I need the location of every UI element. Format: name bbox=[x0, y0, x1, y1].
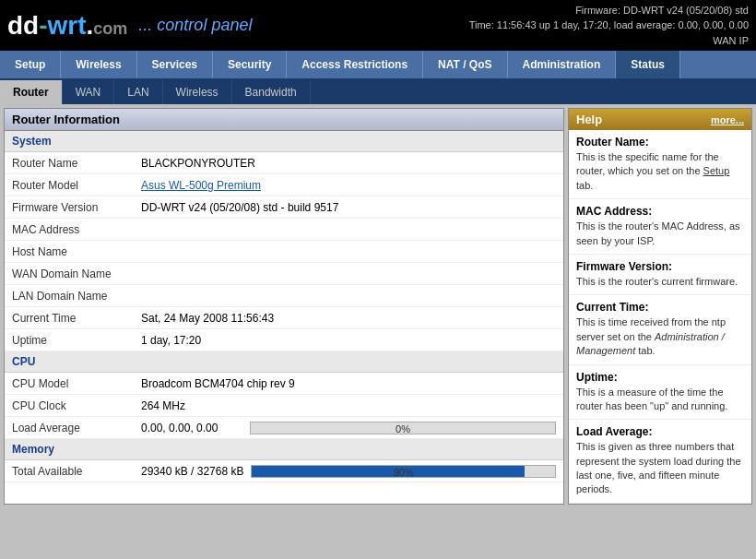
logo: dd-wrt.com bbox=[7, 11, 127, 41]
section-title: Router Information bbox=[5, 109, 563, 131]
router-model-link[interactable]: Asus WL-500g Premium bbox=[141, 179, 556, 192]
row-label: Total Available bbox=[12, 465, 141, 478]
nav-tab-nat-qos[interactable]: NAT / QoS bbox=[423, 51, 507, 78]
row-label: Current Time bbox=[12, 312, 141, 325]
table-row: LAN Domain Name bbox=[5, 285, 563, 307]
help-section-title: Router Name: bbox=[576, 136, 744, 149]
row-label: WAN Domain Name bbox=[12, 268, 141, 280]
table-row: Host Name bbox=[5, 241, 563, 263]
help-section-title: Current Time: bbox=[576, 301, 744, 314]
main-content: Router Information System Router Name BL… bbox=[0, 104, 756, 508]
help-section-text: This is given as three numbers that repr… bbox=[576, 440, 744, 497]
table-row: MAC Address bbox=[5, 219, 563, 241]
nav-tab-access-restrictions[interactable]: Access Restrictions bbox=[287, 51, 423, 78]
total-available-row: Total Available 29340 kB / 32768 kB 90% bbox=[5, 460, 563, 482]
memory-section-title: Memory bbox=[5, 439, 563, 460]
sub-tab-lan[interactable]: LAN bbox=[114, 80, 162, 104]
row-label: LAN Domain Name bbox=[12, 290, 141, 303]
row-value: Broadcom BCM4704 chip rev 9 bbox=[141, 377, 556, 390]
row-label: Load Average bbox=[12, 422, 141, 434]
load-average-bar-label: 0% bbox=[251, 422, 555, 435]
help-section-title: Firmware Version: bbox=[576, 260, 744, 273]
firmware-info-line1: Firmware: DD-WRT v24 (05/20/08) std bbox=[469, 3, 749, 18]
row-label: MAC Address bbox=[12, 223, 141, 236]
wan-ip-label: WAN IP bbox=[469, 33, 749, 49]
row-label: CPU Model bbox=[12, 377, 141, 390]
nav-tab-services[interactable]: Services bbox=[137, 51, 213, 78]
row-label: Uptime bbox=[12, 334, 141, 347]
help-section-title: Load Average: bbox=[576, 425, 744, 438]
help-header: Help more... bbox=[569, 109, 751, 130]
help-more-link[interactable]: more... bbox=[711, 114, 744, 125]
help-section-firmware: Firmware Version: This is the router's c… bbox=[569, 255, 751, 295]
nav-tab-status[interactable]: Status bbox=[616, 51, 680, 78]
table-row: Current Time Sat, 24 May 2008 11:56:43 bbox=[5, 307, 563, 329]
row-label: Router Name bbox=[12, 157, 141, 170]
sub-tab-router[interactable]: Router bbox=[0, 80, 63, 104]
table-row: Router Model Asus WL-500g Premium bbox=[5, 174, 563, 196]
load-average-row: Load Average 0.00, 0.00, 0.00 0% bbox=[5, 417, 563, 439]
sub-tab-wireless[interactable]: Wireless bbox=[163, 80, 232, 104]
table-row: Firmware Version DD-WRT v24 (05/20/08) s… bbox=[5, 196, 563, 219]
control-panel-label: ... control panel bbox=[138, 16, 252, 35]
nav-tab-setup[interactable]: Setup bbox=[0, 51, 61, 78]
firmware-info-line2: Time: 11:56:43 up 1 day, 17:20, load ave… bbox=[469, 18, 749, 33]
table-row: CPU Model Broadcom BCM4704 chip rev 9 bbox=[5, 373, 563, 395]
help-section-text: This is time received from the ntp serve… bbox=[576, 315, 744, 358]
row-label: Firmware Version bbox=[12, 201, 141, 214]
help-section-title: MAC Address: bbox=[576, 205, 744, 218]
load-average-value: 0.00, 0.00, 0.00 bbox=[141, 422, 242, 434]
help-section-router-name: Router Name: This is the specific name f… bbox=[569, 130, 751, 199]
row-label: Host Name bbox=[12, 245, 141, 258]
table-row: CPU Clock 264 MHz bbox=[5, 395, 563, 417]
table-row: Router Name BLACKPONYROUTER bbox=[5, 152, 563, 174]
header-info: Firmware: DD-WRT v24 (05/20/08) std Time… bbox=[469, 3, 749, 49]
cpu-section-title: CPU bbox=[5, 351, 563, 373]
help-panel: Help more... Router Name: This is the sp… bbox=[568, 108, 752, 505]
help-section-text: This is the router's current firmware. bbox=[576, 275, 744, 289]
nav-tabs: Setup Wireless Services Security Access … bbox=[0, 51, 756, 78]
row-value: BLACKPONYROUTER bbox=[141, 157, 556, 170]
row-label: CPU Clock bbox=[12, 399, 141, 412]
memory-bar-label: 90% bbox=[252, 466, 555, 479]
help-section-text: This is a measure of the time the router… bbox=[576, 386, 744, 414]
header: dd-wrt.com ... control panel Firmware: D… bbox=[0, 0, 756, 51]
row-value: Sat, 24 May 2008 11:56:43 bbox=[141, 312, 556, 325]
logo-dd: dd bbox=[7, 11, 39, 40]
sub-tab-wan[interactable]: WAN bbox=[63, 80, 115, 104]
load-average-bar: 0% bbox=[250, 422, 556, 434]
table-row: WAN Domain Name bbox=[5, 263, 563, 285]
memory-progress: 29340 kB / 32768 kB 90% bbox=[141, 465, 556, 478]
sub-tab-bandwidth[interactable]: Bandwidth bbox=[232, 80, 311, 104]
nav-tab-administration[interactable]: Administration bbox=[508, 51, 617, 78]
table-row: Uptime 1 day, 17:20 bbox=[5, 329, 563, 351]
load-average-progress: 0.00, 0.00, 0.00 0% bbox=[141, 422, 556, 434]
help-section-text: This is the specific name for the router… bbox=[576, 150, 744, 193]
row-value: DD-WRT v24 (05/20/08) std - build 9517 bbox=[141, 201, 556, 214]
sub-tabs: Router WAN LAN Wireless Bandwidth bbox=[0, 78, 756, 104]
help-title: Help bbox=[576, 113, 602, 126]
row-value: 264 MHz bbox=[141, 399, 556, 412]
help-section-current-time: Current Time: This is time received from… bbox=[569, 295, 751, 364]
nav-tab-wireless[interactable]: Wireless bbox=[61, 51, 136, 78]
help-section-title: Uptime: bbox=[576, 371, 744, 384]
left-panel: Router Information System Router Name BL… bbox=[4, 108, 564, 505]
memory-bar: 90% bbox=[251, 465, 556, 478]
help-section-load-average: Load Average: This is given as three num… bbox=[569, 420, 751, 504]
logo-area: dd-wrt.com ... control panel bbox=[7, 11, 252, 41]
help-section-text: This is the router's MAC Address, as see… bbox=[576, 220, 744, 248]
help-section-uptime: Uptime: This is a measure of the time th… bbox=[569, 365, 751, 421]
nav-tab-security[interactable]: Security bbox=[213, 51, 287, 78]
help-section-mac: MAC Address: This is the router's MAC Ad… bbox=[569, 199, 751, 255]
row-value: 1 day, 17:20 bbox=[141, 334, 556, 347]
row-label: Router Model bbox=[12, 179, 141, 192]
system-section-title: System bbox=[5, 131, 563, 152]
memory-value: 29340 kB / 32768 kB bbox=[141, 465, 243, 478]
